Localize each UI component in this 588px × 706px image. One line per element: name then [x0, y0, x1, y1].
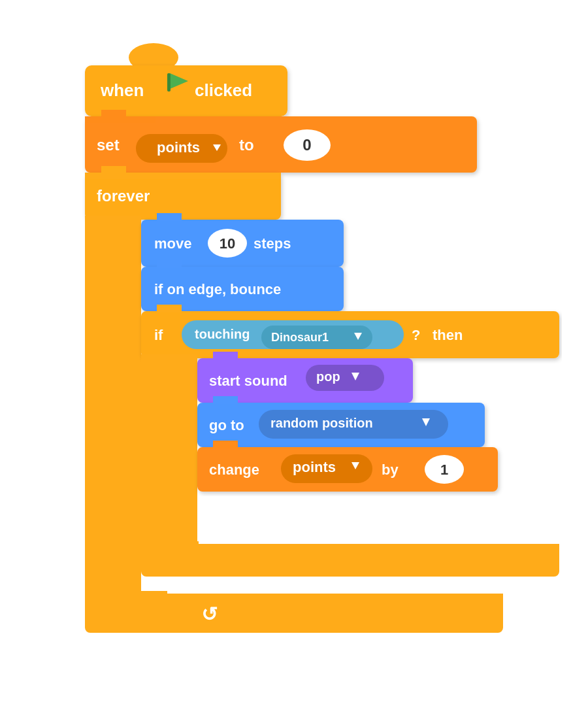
move-steps-label: steps: [253, 235, 291, 252]
randpos-dropdown-label: random position: [270, 416, 373, 430]
goto-label: go to: [209, 417, 244, 433]
svg-rect-1: [167, 73, 171, 92]
edge-top-tab: [157, 260, 182, 268]
forever-top-tab: [101, 166, 126, 174]
move-steps-value[interactable]: 10: [220, 235, 235, 252]
forever-wall-join: [85, 591, 142, 600]
question-mark: ?: [412, 327, 420, 343]
forever-left-wall: [85, 216, 141, 595]
set-to-label: to: [239, 136, 254, 154]
change-by-label: by: [382, 462, 399, 478]
change-top-tab: [213, 441, 238, 448]
touching-label: touching: [195, 327, 250, 341]
set-top-tab: [101, 110, 126, 118]
scratch-script: when clicked set points: [26, 33, 562, 673]
clicked-label: clicked: [195, 80, 252, 100]
pop-dropdown-label: pop: [316, 369, 340, 384]
loop-icon: ↺: [201, 603, 218, 625]
if-label: if: [154, 327, 163, 343]
forever-label: forever: [97, 187, 150, 205]
if-left-wall: [141, 354, 197, 544]
if-bottom-top-cover: [141, 544, 559, 550]
set-variable-label: points: [157, 139, 200, 156]
move-label: move: [154, 235, 191, 252]
then-label: then: [433, 327, 463, 343]
goto-top-tab: [213, 396, 238, 404]
forever-close-tab: [142, 591, 167, 599]
change-value-label[interactable]: 1: [440, 462, 448, 478]
set-value-label[interactable]: 0: [302, 136, 311, 154]
sound-label: start sound: [209, 373, 287, 389]
when-label: when: [100, 80, 144, 100]
change-label: change: [209, 462, 259, 478]
if-top-tab: [157, 305, 182, 312]
sound-top-tab: [213, 352, 238, 360]
if-close-tab: [157, 537, 182, 545]
move-top-tab: [157, 213, 182, 221]
edge-label: if on edge, bounce: [154, 281, 281, 297]
set-label: set: [97, 136, 120, 154]
dino-dropdown-label: Dinosaur1: [271, 331, 329, 344]
change-variable-label: points: [293, 459, 336, 475]
